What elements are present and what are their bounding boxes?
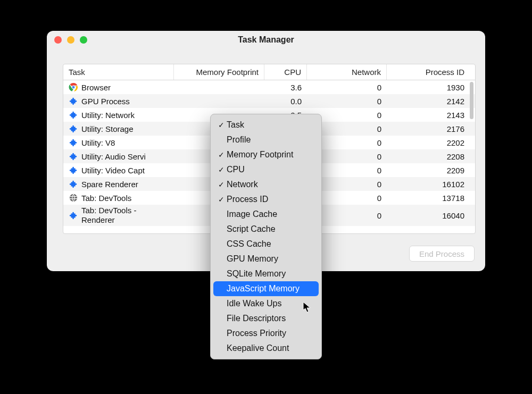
column-header-memory[interactable]: Memory Footprint (174, 64, 264, 80)
process-name: Utility: V8 (81, 138, 115, 147)
menu-item-label: Script Cache (227, 224, 314, 234)
cell-task: Browser (63, 82, 174, 92)
menu-item-label: Network (227, 180, 314, 189)
menu-item-label: CSS Cache (227, 239, 314, 249)
menu-item-label: Process Priority (227, 329, 314, 338)
minimize-icon[interactable] (67, 36, 74, 44)
menu-item[interactable]: Image Cache (211, 207, 321, 222)
cell-task: Tab: DevTools - Renderer (63, 206, 174, 225)
column-header-cpu[interactable]: CPU (264, 64, 307, 80)
checkmark-icon: ✓ (216, 195, 227, 204)
menu-item-label: Memory Footprint (227, 150, 314, 160)
menu-item-label: File Descriptors (227, 314, 314, 323)
cell-task: Utility: Audio Servi (63, 152, 174, 161)
cell-task: Utility: Storage (63, 124, 174, 133)
menu-item[interactable]: File Descriptors (211, 311, 321, 326)
menu-item[interactable]: Process Priority (211, 326, 321, 341)
menu-item-label: Image Cache (227, 209, 314, 219)
cell-pid: 2143 (387, 111, 470, 120)
zoom-icon[interactable] (80, 36, 87, 44)
menu-item[interactable]: ✓Memory Footprint (211, 147, 321, 162)
cell-cpu: 0.0 (264, 97, 307, 106)
menu-item[interactable]: ✓Task (211, 118, 321, 132)
cell-task: Utility: Video Capt (63, 165, 174, 175)
menu-item-label: GPU Memory (227, 254, 314, 264)
menu-item-label: CPU (227, 165, 314, 174)
process-name: Spare Renderer (81, 180, 138, 189)
window-controls (54, 36, 87, 44)
menu-item-label: Process ID (227, 195, 314, 204)
menu-item[interactable]: Profile (211, 132, 321, 147)
menu-item[interactable]: ✓Process ID (211, 192, 321, 207)
table-row[interactable]: GPU Process0.002142 (63, 94, 475, 108)
process-name: Tab: DevTools (81, 194, 131, 203)
cell-task: Spare Renderer (63, 179, 174, 189)
chrome-icon (69, 82, 78, 92)
titlebar: Task Manager (47, 31, 485, 49)
cell-task: Tab: DevTools (63, 193, 174, 203)
close-icon[interactable] (54, 36, 62, 44)
ext-icon (69, 165, 78, 175)
menu-item-label: JavaScript Memory (227, 284, 314, 294)
menu-item-label: Keepalive Count (227, 343, 314, 353)
cell-pid: 2209 (387, 166, 470, 175)
cell-pid: 2202 (387, 138, 470, 147)
cell-task: Utility: Network (63, 110, 174, 120)
menu-item[interactable]: GPU Memory (211, 252, 321, 266)
end-process-button[interactable]: End Process (409, 246, 475, 262)
process-name: Utility: Storage (81, 124, 134, 133)
cell-cpu: 3.6 (264, 83, 307, 92)
checkmark-icon: ✓ (216, 165, 227, 174)
menu-item[interactable]: JavaScript Memory (213, 281, 319, 296)
ext-icon (69, 152, 78, 161)
process-name: Utility: Network (81, 111, 135, 120)
ext-icon (69, 96, 78, 106)
menu-item-label: Task (227, 120, 314, 130)
cell-pid: 2176 (387, 124, 470, 133)
menu-item-label: SQLite Memory (227, 269, 314, 279)
column-header-network[interactable]: Network (307, 64, 387, 80)
menu-item-label: Idle Wake Ups (227, 299, 314, 308)
cell-task: GPU Process (63, 96, 174, 106)
checkmark-icon: ✓ (216, 180, 227, 189)
column-header-task[interactable]: Task (63, 64, 174, 80)
cell-pid: 2208 (387, 152, 470, 161)
cell-pid: 2142 (387, 97, 470, 106)
menu-item[interactable]: ✓CPU (211, 162, 321, 177)
menu-item[interactable]: Keepalive Count (211, 341, 321, 356)
cell-network: 0 (307, 97, 387, 106)
table-header: Task Memory Footprint CPU Network Proces… (63, 64, 475, 80)
cell-pid: 1930 (387, 83, 470, 92)
svg-point-3 (70, 194, 77, 202)
ext-icon (69, 211, 78, 220)
ext-icon (69, 110, 78, 120)
menu-item[interactable]: Idle Wake Ups (211, 296, 321, 311)
footer: End Process (409, 246, 475, 262)
window-title: Task Manager (47, 35, 485, 45)
process-name: Tab: DevTools - Renderer (81, 206, 169, 225)
ext-icon (69, 124, 78, 133)
menu-item-label: Profile (227, 135, 314, 145)
process-name: Utility: Audio Servi (81, 152, 146, 161)
menu-item[interactable]: CSS Cache (211, 237, 321, 252)
ext-icon (69, 138, 78, 147)
menu-item[interactable]: ✓Network (211, 177, 321, 192)
cell-pid: 16040 (387, 211, 470, 220)
checkmark-icon: ✓ (216, 121, 227, 129)
cell-pid: 13718 (387, 194, 470, 203)
menu-item[interactable]: Script Cache (211, 222, 321, 237)
menu-item[interactable]: SQLite Memory (211, 266, 321, 281)
cell-network: 0 (307, 83, 387, 92)
checkmark-icon: ✓ (216, 150, 227, 159)
process-name: Utility: Video Capt (81, 166, 145, 175)
cell-pid: 16102 (387, 180, 470, 189)
table-row[interactable]: Browser3.601930 (63, 80, 475, 94)
column-context-menu[interactable]: ✓TaskProfile✓Memory Footprint✓CPU✓Networ… (210, 114, 322, 359)
process-name: Browser (81, 83, 111, 92)
globe-icon (69, 193, 78, 203)
ext-icon (69, 179, 78, 189)
cell-task: Utility: V8 (63, 138, 174, 147)
process-name: GPU Process (81, 97, 130, 106)
scrollbar-thumb[interactable] (470, 82, 473, 119)
column-header-pid[interactable]: Process ID (387, 64, 470, 80)
